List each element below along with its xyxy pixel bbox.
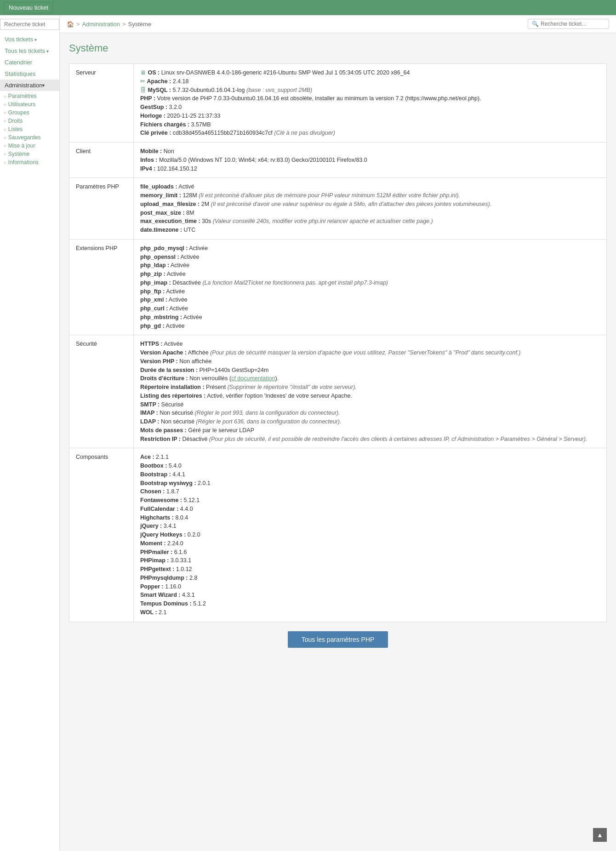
- breadcrumb-home[interactable]: 🏠: [67, 21, 74, 28]
- system-table: Serveur 🖥 OS : Linux srv-DASNWEB 4.4.0-1…: [69, 63, 607, 622]
- row-content-composants: Ace : 2.1.1 Bootbox : 5.4.0 Bootstrap : …: [134, 448, 607, 622]
- table-row-composants: Composants Ace : 2.1.1 Bootbox : 5.4.0 B…: [69, 448, 607, 622]
- search-input[interactable]: [0, 19, 59, 30]
- breadcrumb-search-box: 🔍: [528, 19, 609, 29]
- sidebar-item-tous-tickets[interactable]: Tous les tickets: [0, 45, 59, 57]
- sidebar-item-groupes[interactable]: Groupes: [0, 109, 59, 117]
- sidebar-item-informations[interactable]: Informations: [0, 158, 59, 166]
- page-title: Système: [69, 42, 607, 54]
- breadcrumb: 🏠 > Administration > Système: [67, 21, 151, 28]
- row-label-serveur: Serveur: [69, 64, 134, 143]
- breadcrumb-search-input[interactable]: [541, 21, 605, 27]
- breadcrumb-sep1: >: [76, 21, 80, 28]
- main-content: 🏠 > Administration > Système 🔍 Système S…: [60, 15, 616, 851]
- sidebar-item-parametres[interactable]: Paramètres: [0, 92, 59, 100]
- row-label-composants: Composants: [69, 448, 134, 622]
- breadcrumb-sep2: >: [122, 21, 126, 28]
- breadcrumb-bar: 🏠 > Administration > Système 🔍: [60, 15, 616, 33]
- breadcrumb-systeme: Système: [128, 21, 152, 28]
- sidebar: Vos tickets Tous les tickets Calendrier …: [0, 15, 60, 851]
- cf-documentation-link[interactable]: cf documentation: [231, 375, 275, 382]
- sidebar-item-calendrier[interactable]: Calendrier: [0, 57, 59, 68]
- row-content-client: Mobile : Non Infos : Mozilla/5.0 (Window…: [134, 143, 607, 178]
- row-label-securite: Sécurité: [69, 335, 134, 448]
- row-label-client: Client: [69, 143, 134, 178]
- sidebar-administration[interactable]: Administration: [0, 80, 59, 91]
- table-row-parametres-php: Paramètres PHP file_uploads : Activé mem…: [69, 178, 607, 240]
- sidebar-item-listes[interactable]: Listes: [0, 125, 59, 133]
- table-row-client: Client Mobile : Non Infos : Mozilla/5.0 …: [69, 143, 607, 178]
- search-icon: 🔍: [532, 21, 539, 27]
- bottom-bar: Tous les paramètres PHP: [69, 622, 607, 657]
- table-row-securite: Sécurité HTTPS : Activée Version Apache …: [69, 335, 607, 448]
- sidebar-item-vos-tickets[interactable]: Vos tickets: [0, 34, 59, 45]
- page-content: Système Serveur 🖥 OS : Linux srv-DASNWEB…: [60, 33, 616, 666]
- sidebar-item-systeme[interactable]: Système: [0, 150, 59, 158]
- sidebar-sub-items: Paramètres Utilisateurs Groupes Droits L…: [0, 91, 59, 167]
- sidebar-item-mise-a-jour[interactable]: Mise à jour: [0, 142, 59, 150]
- breadcrumb-administration[interactable]: Administration: [82, 21, 120, 28]
- tous-parametres-php-button[interactable]: Tous les paramètres PHP: [288, 631, 388, 648]
- sidebar-item-sauvegardes[interactable]: Sauvegardes: [0, 133, 59, 142]
- sidebar-item-utilisateurs[interactable]: Utilisateurs: [0, 100, 59, 109]
- nouveau-ticket-button[interactable]: Nouveau ticket: [4, 2, 53, 13]
- scroll-to-top-button[interactable]: ▲: [593, 828, 607, 842]
- row-label-extensions-php: Extensions PHP: [69, 239, 134, 335]
- table-row-extensions-php: Extensions PHP php_pdo_mysql : Activée p…: [69, 239, 607, 335]
- table-row-serveur: Serveur 🖥 OS : Linux srv-DASNWEB 4.4.0-1…: [69, 64, 607, 143]
- sidebar-item-droits[interactable]: Droits: [0, 117, 59, 125]
- row-content-parametres-php: file_uploads : Activé memory_limit : 128…: [134, 178, 607, 240]
- row-content-securite: HTTPS : Activée Version Apache : Affiché…: [134, 335, 607, 448]
- row-content-extensions-php: php_pdo_mysql : Activée php_openssl : Ac…: [134, 239, 607, 335]
- row-content-serveur: 🖥 OS : Linux srv-DASNWEB 4.4.0-186-gener…: [134, 64, 607, 143]
- row-label-parametres-php: Paramètres PHP: [69, 178, 134, 240]
- sidebar-item-statistiques[interactable]: Statistiques: [0, 68, 59, 80]
